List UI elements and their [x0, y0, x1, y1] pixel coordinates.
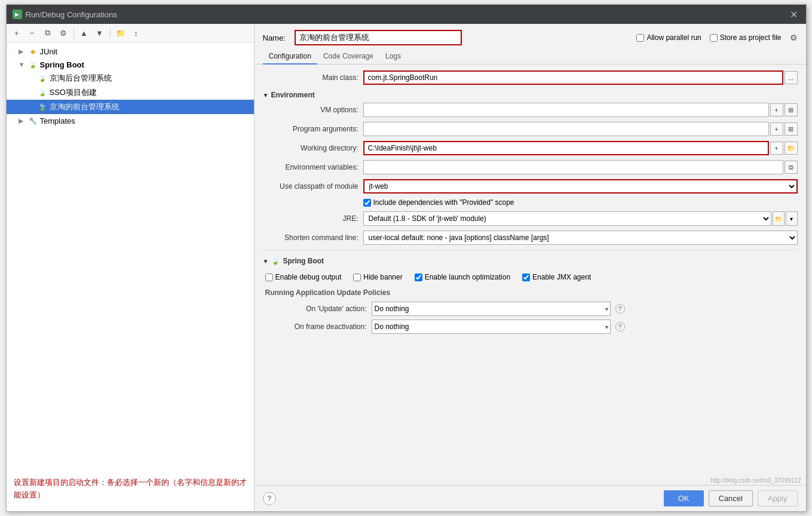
- frame-deactivation-row: On frame deactivation: Do nothing ▾ ?: [265, 320, 795, 334]
- allow-parallel-checkbox[interactable]: [636, 34, 644, 42]
- hide-banner-checkbox[interactable]: [353, 274, 361, 281]
- enable-launch-checkbox[interactable]: [415, 274, 422, 281]
- program-args-row: Program arguments: + ⊞: [263, 122, 798, 136]
- enable-debug-checkbox[interactable]: [265, 274, 273, 281]
- hide-banner-label[interactable]: Hide banner: [353, 273, 402, 281]
- spring-boot-collapse-arrow[interactable]: ▼: [263, 258, 269, 265]
- sidebar-item-sso[interactable]: 🍃 SSO项目创建: [7, 85, 254, 100]
- move-up-button[interactable]: ▲: [78, 26, 91, 39]
- vm-options-input[interactable]: [363, 103, 769, 117]
- sso-spacer: [28, 89, 35, 96]
- enable-launch-label[interactable]: Enable launch optimization: [415, 273, 510, 281]
- spring-boot-icon: 🍃: [28, 60, 38, 69]
- ok-button[interactable]: OK: [664, 490, 704, 506]
- close-button[interactable]: ✕: [788, 9, 800, 20]
- program-args-expand-button[interactable]: ⊞: [785, 122, 798, 136]
- sidebar-item-junit[interactable]: ▶ ◆ JUnit: [7, 45, 254, 58]
- jre-select-container: Default (1.8 - SDK of 'jt-web' module) 📁…: [363, 211, 798, 226]
- program-args-add-button[interactable]: +: [770, 122, 783, 136]
- main-class-label: Main class:: [263, 73, 358, 82]
- main-class-input[interactable]: [363, 70, 783, 85]
- sidebar: + − ⧉ ⚙ ▲ ▼ 📁 ↕ ▶ ◆ JUnit: [7, 24, 255, 511]
- apply-button[interactable]: Apply: [758, 490, 798, 506]
- shorten-select[interactable]: user-local default: none - java [options…: [363, 231, 798, 245]
- spring-boot-section-label: Spring Boot: [283, 257, 324, 265]
- copy-config-button[interactable]: ⧉: [41, 26, 54, 39]
- spring-boot-section-icon: 🍃: [271, 256, 280, 266]
- hide-banner-text: Hide banner: [363, 273, 402, 281]
- junit-collapse-icon: ▶: [19, 48, 26, 56]
- name-bar: Name: Allow parallel run Store as projec…: [255, 24, 806, 49]
- tab-code-coverage[interactable]: Code Coverage: [317, 49, 379, 64]
- enable-jmx-label[interactable]: Enable JMX agent: [522, 273, 591, 281]
- help-button[interactable]: ?: [263, 492, 276, 505]
- spring-collapse-icon: ▼: [19, 61, 26, 68]
- working-dir-add-button[interactable]: +: [770, 142, 783, 155]
- working-dir-label: Working directory:: [263, 144, 358, 152]
- classpath-select[interactable]: jt-web: [363, 179, 798, 194]
- tab-configuration[interactable]: Configuration: [263, 49, 317, 64]
- junit-icon: ◆: [28, 47, 38, 56]
- include-deps-text: Include dependencies with "Provided" sco…: [373, 198, 514, 207]
- annotation-text: 设置新建项目的启动文件：务必选择一个新的（名字和信息是新的才能设置）: [7, 467, 254, 511]
- shorten-label: Shorten command line:: [263, 234, 358, 242]
- program-args-input[interactable]: [363, 122, 769, 136]
- sidebar-item-jt-backend[interactable]: 🍃 京淘后台管理系统: [7, 71, 254, 85]
- jre-folder-button[interactable]: 📁: [773, 211, 785, 226]
- remove-config-button[interactable]: −: [26, 26, 39, 39]
- vm-options-expand-button[interactable]: ⊞: [785, 103, 798, 116]
- frame-deactivation-select[interactable]: Do nothing: [372, 320, 611, 334]
- spring-boot-section: ▼ 🍃 Spring Boot Enable debug output Hide…: [263, 256, 798, 341]
- sidebar-item-jt-frontend[interactable]: 🍃 京淘的前台管理系统: [7, 100, 254, 114]
- frame-deactivation-select-wrap: Do nothing ▾: [372, 320, 611, 334]
- update-action-help-icon[interactable]: ?: [615, 304, 625, 314]
- vm-options-add-button[interactable]: +: [770, 103, 783, 116]
- environment-collapse-arrow[interactable]: ▼: [263, 92, 269, 99]
- enable-debug-label[interactable]: Enable debug output: [265, 273, 342, 281]
- move-down-button[interactable]: ▼: [93, 26, 106, 39]
- include-deps-label[interactable]: Include dependencies with "Provided" sco…: [363, 198, 514, 207]
- store-as-project-label[interactable]: Store as project file: [710, 33, 782, 42]
- enable-jmx-checkbox[interactable]: [522, 274, 530, 281]
- sso-label: SSO项目创建: [50, 87, 97, 98]
- env-vars-copy-button[interactable]: ⧉: [785, 161, 798, 174]
- settings-config-button[interactable]: ⚙: [57, 26, 70, 39]
- working-dir-folder-button[interactable]: 📁: [785, 142, 798, 155]
- allow-parallel-label[interactable]: Allow parallel run: [636, 33, 701, 42]
- include-deps-checkbox[interactable]: [363, 199, 371, 207]
- add-config-button[interactable]: +: [10, 26, 23, 39]
- vm-options-group: + ⊞: [363, 103, 798, 117]
- folder-button[interactable]: 📁: [114, 26, 127, 39]
- name-input[interactable]: [295, 30, 462, 45]
- sidebar-item-templates[interactable]: ▶ 🔧 Templates: [7, 114, 254, 127]
- vm-options-label: VM options:: [263, 106, 358, 114]
- sort-button[interactable]: ↕: [130, 26, 143, 39]
- jre-dropdown-button[interactable]: ▾: [786, 211, 798, 226]
- update-action-select[interactable]: Do nothing: [372, 302, 611, 316]
- spring-boot-section-header: ▼ 🍃 Spring Boot: [263, 256, 798, 266]
- frame-deactivation-help-icon[interactable]: ?: [615, 322, 625, 331]
- project-file-gear-button[interactable]: ⚙: [790, 33, 798, 42]
- environment-label: Environment: [271, 91, 314, 99]
- sidebar-tree: ▶ ◆ JUnit ▼ 🍃 Spring Boot 🍃 京淘后台管理系统: [7, 42, 254, 467]
- shorten-row: Shorten command line: user-local default…: [263, 231, 798, 245]
- sidebar-item-spring-boot[interactable]: ▼ 🍃 Spring Boot: [7, 58, 254, 71]
- jt-frontend-label: 京淘的前台管理系统: [50, 102, 119, 112]
- jre-row: JRE: Default (1.8 - SDK of 'jt-web' modu…: [263, 211, 798, 226]
- include-deps-row: Include dependencies with "Provided" sco…: [263, 198, 798, 207]
- running-policies: Running Application Update Policies On '…: [263, 285, 798, 341]
- env-vars-input[interactable]: [363, 160, 783, 174]
- dialog-icon: ▶: [13, 10, 22, 19]
- working-dir-input[interactable]: [363, 141, 769, 155]
- main-class-browse-button[interactable]: ...: [785, 71, 798, 84]
- main-class-row: Main class: ...: [263, 70, 798, 85]
- options-area: Allow parallel run Store as project file…: [636, 33, 797, 42]
- program-args-group: + ⊞: [363, 122, 798, 136]
- right-panel: Name: Allow parallel run Store as projec…: [255, 24, 806, 511]
- cancel-button[interactable]: Cancel: [709, 490, 753, 506]
- jre-select[interactable]: Default (1.8 - SDK of 'jt-web' module): [363, 211, 771, 226]
- store-as-project-checkbox[interactable]: [710, 34, 718, 42]
- separator-2: [110, 27, 111, 38]
- sidebar-toolbar: + − ⧉ ⚙ ▲ ▼ 📁 ↕: [7, 24, 254, 42]
- tab-logs[interactable]: Logs: [379, 49, 407, 64]
